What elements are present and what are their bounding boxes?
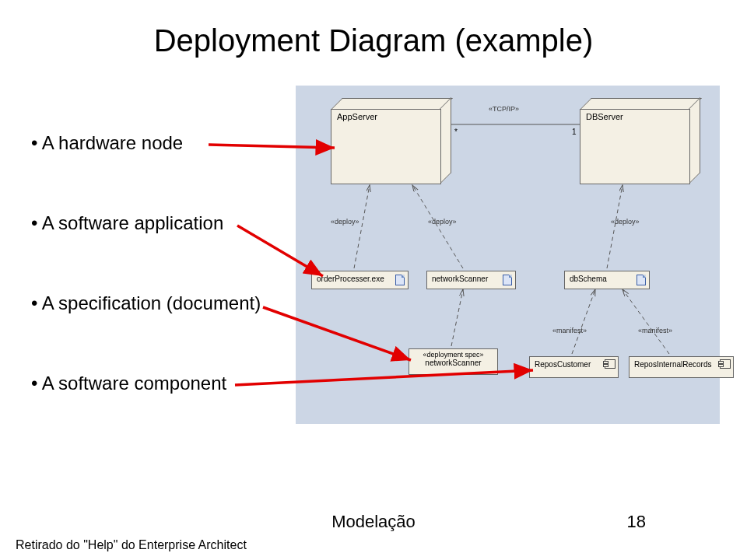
svg-line-5 [572, 289, 595, 354]
artifact-dbschema-label: dbSchema [570, 275, 607, 283]
document-icon [395, 275, 405, 285]
artifact-networkscanner: networkScanner [426, 271, 516, 289]
spec-stereotype: «deployment spec» [414, 351, 493, 359]
artifact-networkscanner-label: networkScanner [432, 275, 488, 283]
edge-manifest-1: «manifest» [552, 327, 587, 334]
bullet-specification-document: A specification (document) [31, 292, 261, 314]
node-appserver-label: AppServer [337, 112, 377, 121]
slide-title: Deployment Diagram (example) [0, 23, 747, 58]
svg-line-3 [607, 185, 622, 268]
deployment-spec-networkscanner: «deployment spec» networkScanner [409, 348, 498, 375]
svg-line-4 [451, 289, 463, 346]
document-icon [503, 275, 512, 285]
edge-deploy-3: «deploy» [611, 218, 640, 226]
node-dbserver-label: DBServer [586, 112, 623, 121]
bullet-software-component: A software component [31, 373, 261, 394]
artifact-orderprocesser-label: orderProcesser.exe [317, 275, 384, 283]
assoc-stereotype: «TCP/IP» [489, 105, 519, 113]
edge-deploy-1: «deploy» [331, 218, 359, 226]
document-icon [637, 275, 646, 285]
edge-deploy-2: «deploy» [428, 218, 457, 226]
component-reposcustomer: ReposCustomer [529, 356, 619, 378]
spec-label: networkScanner [425, 359, 481, 367]
svg-line-6 [622, 289, 669, 354]
bullet-hardware-node: A hardware node [31, 132, 261, 154]
deployment-diagram-panel: AppServer DBServer «TCP/IP» * 1 orderPro… [296, 86, 720, 424]
assoc-mult-right: 1 [572, 128, 577, 136]
svg-line-1 [354, 185, 370, 268]
artifact-orderprocesser: orderProcesser.exe [311, 271, 409, 289]
artifact-dbschema: dbSchema [564, 271, 650, 289]
svg-line-2 [412, 185, 463, 268]
component-reposinternalrecords: ReposInternalRecords [629, 356, 734, 378]
page-number: 18 [627, 512, 646, 532]
component-reposcustomer-label: ReposCustomer [535, 360, 591, 369]
assoc-mult-left: * [454, 128, 458, 136]
edge-manifest-2: «manifest» [638, 327, 672, 334]
bullet-software-application: A software application [31, 212, 261, 234]
component-reposinternalrecords-label: ReposInternalRecords [634, 360, 712, 369]
attribution: Retirado do "Help" do Enterprise Archite… [16, 538, 247, 552]
bullet-list: A hardware node A software application A… [31, 132, 261, 453]
component-icon [605, 359, 615, 369]
component-icon [720, 359, 731, 369]
